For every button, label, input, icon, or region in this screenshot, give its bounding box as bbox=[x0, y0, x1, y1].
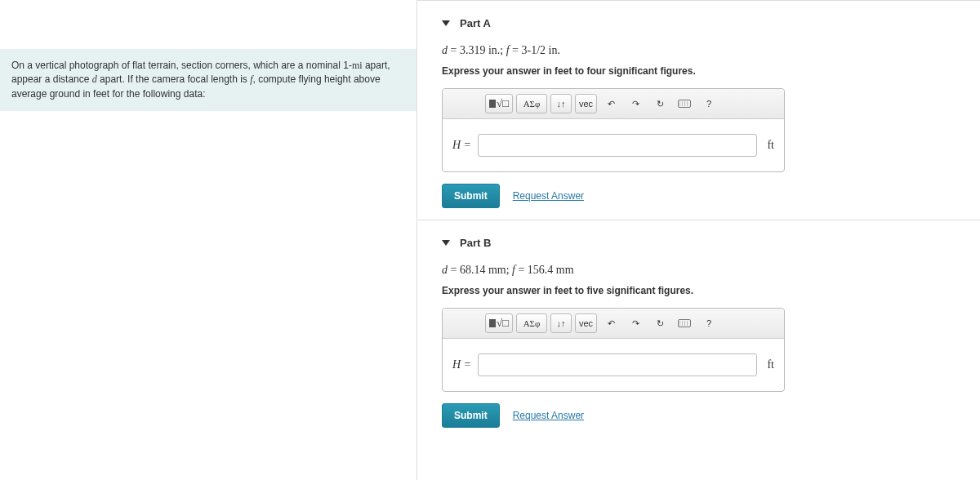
unit-mi: mi bbox=[352, 60, 363, 71]
equation-toolbar: √□ ΑΣφ ↓↑ vec ↶ ↷ ↻ ? bbox=[443, 309, 784, 339]
greek-button[interactable]: ΑΣφ bbox=[516, 313, 547, 333]
vec-button[interactable]: vec bbox=[575, 94, 597, 113]
template-button[interactable]: √□ bbox=[485, 313, 513, 333]
redo-button[interactable]: ↷ bbox=[625, 313, 646, 333]
part-b-request-answer-link[interactable]: Request Answer bbox=[513, 410, 584, 421]
subsup-button[interactable]: ↓↑ bbox=[550, 94, 572, 113]
prompt-text: apart. If the camera focal length is bbox=[97, 73, 250, 85]
part-b-submit-button[interactable]: Submit bbox=[442, 403, 500, 428]
part-a-unit: ft bbox=[767, 139, 774, 152]
part-b-unit: ft bbox=[767, 358, 774, 371]
part-a-input[interactable] bbox=[478, 134, 757, 157]
part-b: Part B d = 68.14 mm; f = 156.4 mm Expres… bbox=[417, 220, 980, 439]
keyboard-icon bbox=[678, 100, 691, 108]
part-a-title: Part A bbox=[460, 17, 491, 29]
greek-button[interactable]: ΑΣφ bbox=[516, 94, 547, 113]
keyboard-icon bbox=[678, 319, 691, 327]
part-b-answer-box: √□ ΑΣφ ↓↑ vec ↶ ↷ ↻ ? H = ft bbox=[442, 308, 785, 392]
part-a-request-answer-link[interactable]: Request Answer bbox=[513, 190, 584, 202]
part-a-instruction: Express your answer in feet to four sign… bbox=[442, 65, 964, 77]
part-b-input[interactable] bbox=[478, 353, 757, 376]
redo-button[interactable]: ↷ bbox=[625, 94, 646, 113]
undo-button[interactable]: ↶ bbox=[600, 313, 621, 333]
subsup-button[interactable]: ↓↑ bbox=[550, 313, 572, 333]
reset-button[interactable]: ↻ bbox=[649, 94, 670, 113]
template-button[interactable]: √□ bbox=[485, 94, 513, 113]
prompt-text: On a vertical photograph of flat terrain… bbox=[11, 60, 352, 71]
keyboard-button[interactable] bbox=[674, 313, 695, 333]
part-b-given: d = 68.14 mm; f = 156.4 mm bbox=[442, 264, 964, 277]
part-a-submit-button[interactable]: Submit bbox=[442, 184, 500, 208]
keyboard-button[interactable] bbox=[674, 94, 695, 113]
part-a: Part A d = 3.319 in.; f = 3-1/2 in. Expr… bbox=[417, 1, 980, 220]
equation-toolbar: √□ ΑΣφ ↓↑ vec ↶ ↷ ↻ ? bbox=[443, 89, 784, 119]
problem-prompt: On a vertical photograph of flat terrain… bbox=[0, 49, 416, 111]
part-b-title: Part B bbox=[460, 237, 491, 249]
part-a-header[interactable]: Part A bbox=[442, 17, 964, 29]
undo-button[interactable]: ↶ bbox=[600, 94, 621, 113]
chevron-down-icon bbox=[442, 240, 450, 246]
part-b-lhs: H = bbox=[452, 358, 471, 371]
reset-button[interactable]: ↻ bbox=[649, 313, 670, 333]
part-a-lhs: H = bbox=[452, 139, 471, 152]
help-button[interactable]: ? bbox=[698, 94, 719, 113]
part-a-answer-box: √□ ΑΣφ ↓↑ vec ↶ ↷ ↻ ? H = ft bbox=[442, 88, 785, 172]
help-button[interactable]: ? bbox=[698, 313, 719, 333]
part-b-header[interactable]: Part B bbox=[442, 237, 964, 249]
chevron-down-icon bbox=[442, 20, 450, 26]
part-a-given: d = 3.319 in.; f = 3-1/2 in. bbox=[442, 44, 964, 57]
vec-button[interactable]: vec bbox=[575, 313, 597, 333]
part-b-instruction: Express your answer in feet to five sign… bbox=[442, 285, 964, 296]
